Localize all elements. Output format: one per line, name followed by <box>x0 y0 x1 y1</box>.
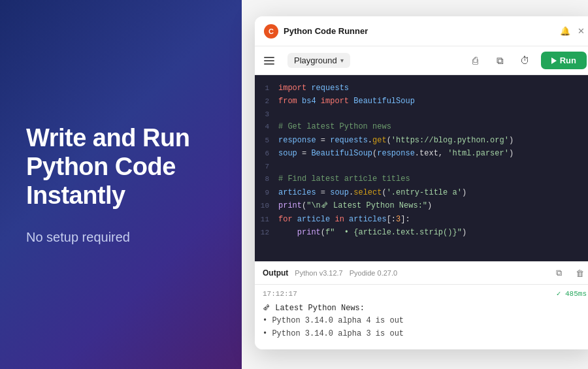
playground-label: Playground <box>294 56 337 65</box>
title-bar-right: 🔔 ✕ <box>561 27 585 36</box>
code-line-8: 8 # Find latest article titles <box>255 172 588 185</box>
toolbar: Playground ▾ ⎙ ⧉ ⏱ Run <box>255 46 588 75</box>
code-line-9: 9 articles = soup.select('.entry-title a… <box>255 186 588 199</box>
playground-dropdown[interactable]: Playground ▾ <box>287 53 350 68</box>
python-version: Python v3.12.7 <box>295 269 342 277</box>
output-timestamp-row: 17:12:17 ✓ 485ms <box>263 289 587 300</box>
menu-button[interactable] <box>263 52 281 70</box>
output-text-line-3: • Python 3.14.0 alpha 3 is out <box>263 328 587 341</box>
hamburger-line-2 <box>264 60 274 61</box>
chevron-down-icon: ▾ <box>340 57 344 64</box>
history-icon[interactable]: ⏱ <box>516 52 534 70</box>
app-title: Python Code Runner <box>284 26 368 36</box>
close-button[interactable]: ✕ <box>576 27 585 36</box>
copy-icon[interactable]: ⧉ <box>491 52 510 70</box>
hamburger-line-1 <box>264 57 274 58</box>
code-line-10: 10 print("\n🗞 Latest Python News:") <box>255 199 588 212</box>
output-body: 17:12:17 ✓ 485ms 🗞 Latest Python News: •… <box>255 285 588 349</box>
code-line-11: 11 for article in articles[:3]: <box>255 213 588 226</box>
subheadline: No setup required <box>26 230 216 245</box>
right-panel: C Python Code Runner 🔔 ✕ Playground ▾ ⎙ <box>242 0 588 369</box>
left-panel: Write and Run Python Code Instantly No s… <box>0 0 242 369</box>
pyodide-version: Pyodide 0.27.0 <box>350 269 397 277</box>
run-label: Run <box>560 56 576 65</box>
code-content: 1 import requests 2 from bs4 import Beau… <box>255 75 588 261</box>
output-panel: Output Python v3.12.7 Pyodide 0.27.0 ⧉ 🗑… <box>255 261 588 349</box>
output-timing: ✓ 485ms <box>557 289 587 300</box>
code-line-3: 3 <box>255 108 588 121</box>
app-window: C Python Code Runner 🔔 ✕ Playground ▾ ⎙ <box>255 16 588 349</box>
code-line-5: 5 response = requests.get('https://blog.… <box>255 134 588 147</box>
code-line-1: 1 import requests <box>255 82 588 95</box>
hamburger-line-3 <box>264 63 274 65</box>
pin-button[interactable]: 🔔 <box>561 27 570 36</box>
code-editor[interactable]: 1 import requests 2 from bs4 import Beau… <box>255 75 588 261</box>
code-line-7: 7 <box>255 161 588 173</box>
play-icon <box>551 57 557 64</box>
output-label: Output <box>263 268 288 278</box>
code-line-2: 2 from bs4 import BeautifulSoup <box>255 95 588 108</box>
title-bar-left: C Python Code Runner <box>264 24 368 39</box>
output-clear-button[interactable]: 🗑 <box>572 266 587 280</box>
code-line-6: 6 soup = BeautifulSoup(response.text, 'h… <box>255 147 588 160</box>
save-icon[interactable]: ⎙ <box>466 52 485 70</box>
output-header: Output Python v3.12.7 Pyodide 0.27.0 ⧉ 🗑 <box>255 262 588 285</box>
output-text-line-2: • Python 3.14.0 alpha 4 is out <box>263 315 587 328</box>
title-bar: C Python Code Runner 🔔 ✕ <box>255 16 588 46</box>
code-line-12: 12 print(f" • {article.text.strip()}") <box>255 226 588 239</box>
headline: Write and Run Python Code Instantly <box>26 124 216 210</box>
app-logo: C <box>264 24 278 39</box>
output-text-line-1: 🗞 Latest Python News: <box>263 302 587 315</box>
output-timestamp: 17:12:17 <box>263 289 297 300</box>
output-copy-button[interactable]: ⧉ <box>551 266 566 280</box>
code-line-4: 4 # Get latest Python news <box>255 120 588 133</box>
run-button[interactable]: Run <box>541 52 587 69</box>
